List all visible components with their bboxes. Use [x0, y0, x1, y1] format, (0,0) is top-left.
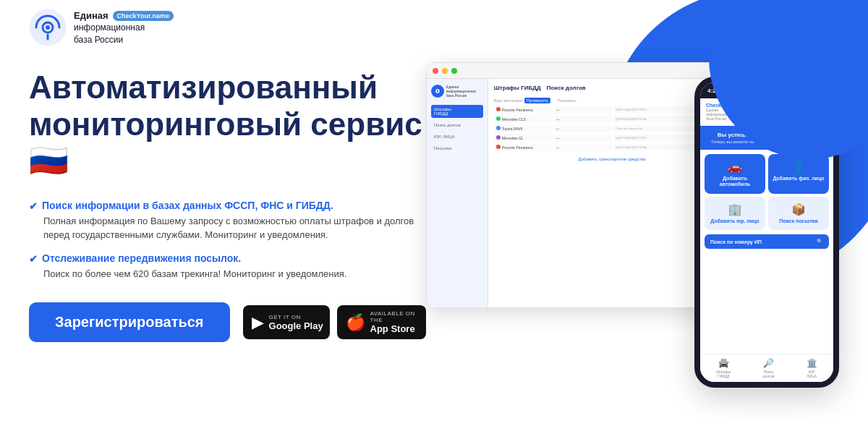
hero-title: Автоматизированный мониторинговый сервис… [29, 69, 426, 179]
feature-desc-1: Полная информация по Вашему запросу с во… [43, 214, 426, 242]
left-content: Автоматизированный мониторинговый сервис… [29, 62, 426, 409]
phone-grid-person[interactable]: 👤 Добавить физ. лицо [768, 154, 829, 194]
apple-icon: 🍎 [346, 313, 365, 332]
desktop-inner: Единаяинформационнаябаза России ШтрафыГИ… [427, 79, 736, 307]
logo-sub: информационная база России [74, 22, 174, 46]
phone-bottom-nav: 🚔 ШтрафыГИБДД 🔎 Поискдолгов 🏛️ ЮР.ЛИЦА [700, 354, 833, 382]
debts-nav-label: Поискдолгов [763, 370, 775, 378]
logo-edinaya: Единая [74, 10, 109, 21]
svg-point-4 [436, 90, 439, 93]
parcel-icon: 📦 [773, 203, 825, 216]
legal-nav-icon: 🏛️ [807, 358, 817, 368]
app-store-button[interactable]: 🍎 Available on the App Store [337, 305, 426, 339]
maximize-dot [451, 68, 457, 74]
minimize-dot [442, 68, 448, 74]
feature-title-2: ✔ Отслеживание передвижения посылок. [29, 252, 426, 265]
search-ip-icon: 🔍 [817, 239, 823, 244]
debts-nav-icon: 🔎 [763, 358, 774, 368]
phone-grid-person-label: Добавить физ. лицо [773, 176, 825, 182]
cta-row: Зарегистрироваться ▶ GET IT ON Google Pl… [29, 302, 426, 342]
desktop-nav-parcels[interactable]: Посылки [431, 144, 483, 153]
google-play-icon: ▶ [252, 313, 264, 332]
desktop-nav-fines[interactable]: ШтрафыГИБДД [431, 105, 483, 118]
legal-nav-label: ЮР.ЛИЦА [807, 370, 817, 378]
google-play-button[interactable]: ▶ GET IT ON Google Play [243, 305, 330, 339]
phone-grid-car-label: Добавить автомобиль [709, 176, 761, 188]
feature-item-1: ✔ Поиск информации в базах данных ФССП, … [29, 200, 426, 242]
svg-point-2 [46, 25, 50, 30]
desktop-logo-text: Единаяинформационнаябаза России [446, 85, 476, 98]
phone-grid-legal[interactable]: 🏢 Добавить юр. лицо [705, 197, 765, 230]
desktop-mockup: Единаяинформационнаябаза России ШтрафыГИ… [426, 62, 737, 308]
phone-nav-debts[interactable]: 🔎 Поискдолгов [763, 358, 775, 378]
logo-area: Единая CheckYour.name информационная баз… [29, 9, 174, 46]
phone-grid-parcel-label: Поиск посылки [773, 218, 825, 224]
car-icon: 🚗 [709, 160, 761, 174]
check-badge: CheckYour.name [113, 11, 174, 21]
desktop-sidebar: Единаяинформационнаябаза России ШтрафыГИ… [427, 79, 488, 307]
fines-nav-label: ШтрафыГИБДД [716, 370, 731, 378]
desktop-logo-mini: Единаяинформационнаябаза России [431, 85, 483, 98]
desktop-debts-title: Поиск долгов [547, 85, 586, 91]
feature-item-2: ✔ Отслеживание передвижения посылок. Пои… [29, 252, 426, 281]
google-play-text: GET IT ON Google Play [269, 314, 323, 331]
feature-desc-2: Поиск по более чем 620 базам трекинга! М… [43, 267, 426, 281]
desktop-fines-title: Штрафы ГИБДД [494, 85, 541, 91]
phone-grid-car[interactable]: 🚗 Добавить автомобиль [705, 154, 765, 194]
desktop-nav-debts[interactable]: Поиск долгов [431, 121, 483, 129]
phone-grid: 🚗 Добавить автомобиль 👤 Добавить физ. ли… [700, 150, 833, 234]
feature-title-1: ✔ Поиск информации в базах данных ФССП, … [29, 200, 426, 212]
logo-top-line: Единая CheckYour.name [74, 10, 174, 21]
building-icon: 🏢 [709, 203, 761, 216]
register-button[interactable]: Зарегистрироваться [29, 302, 230, 342]
logo-text-block: Единая CheckYour.name информационная баз… [74, 9, 174, 46]
flag-emoji: 🇷🇺 [29, 142, 69, 178]
app-buttons: ▶ GET IT ON Google Play 🍎 Available on t… [243, 305, 426, 339]
logo-icon [29, 9, 67, 46]
header: Единая CheckYour.name информационная баз… [0, 0, 868, 55]
phone-grid-legal-label: Добавить юр. лицо [709, 218, 761, 224]
phone-nav-legal[interactable]: 🏛️ ЮР.ЛИЦА [807, 358, 817, 378]
phone-search-ip-button[interactable]: Поиск по номеру ИП 🔍 [705, 234, 829, 249]
checkmark-icon-2: ✔ [29, 253, 38, 265]
feature-list: ✔ Поиск информации в базах данных ФССП, … [29, 200, 426, 281]
person-icon: 👤 [773, 160, 825, 174]
phone-grid-parcel[interactable]: 📦 Поиск посылки [768, 197, 829, 230]
close-dot [433, 68, 438, 74]
checkmark-icon-1: ✔ [29, 200, 38, 212]
desktop-logo-circle [431, 85, 444, 98]
phone-nav-fines[interactable]: 🚔 ШтрафыГИБДД [716, 358, 731, 378]
desktop-nav-legal[interactable]: ЮР. ЛИЦА [431, 132, 483, 141]
app-store-text: Available on the App Store [370, 310, 417, 334]
fines-nav-icon: 🚔 [718, 358, 729, 368]
desktop-titlebar [427, 63, 736, 79]
